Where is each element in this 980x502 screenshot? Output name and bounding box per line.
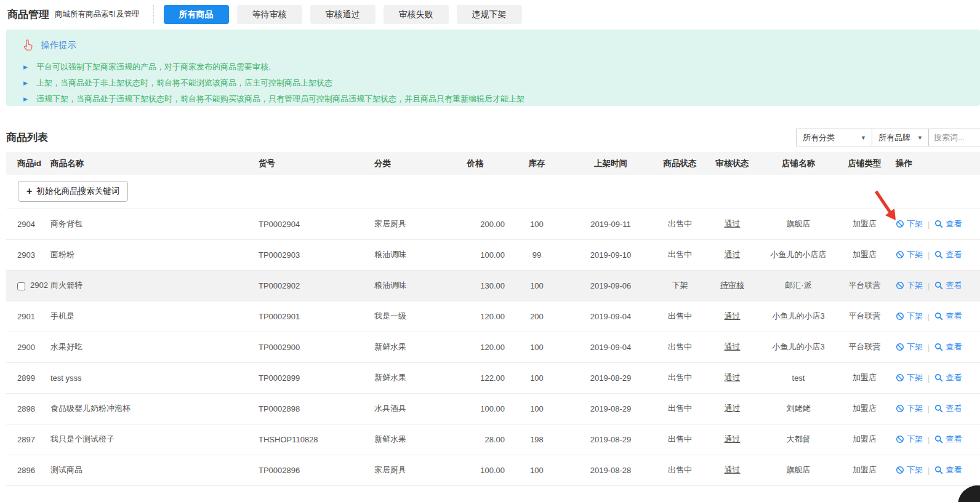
cell-store-type: 加盟店 <box>838 455 891 485</box>
cell-product-id: 2902 <box>6 270 50 301</box>
cell-product-name: 商务背包 <box>50 209 247 239</box>
cell-store-type: 加盟店 <box>838 209 891 239</box>
cell-actions: 下架|查看 <box>891 424 980 455</box>
cell-product-id: 2901 <box>6 301 50 332</box>
product-table: 商品id商品名称货号分类价格库存上架时间商品状态审核状态店铺名称店铺类型操作 +… <box>6 152 980 486</box>
cell-audit-status: 待审核 <box>706 270 758 301</box>
hand-pointer-icon <box>21 38 34 52</box>
view-link[interactable]: 查看 <box>934 403 962 414</box>
column-header: 库存 <box>506 152 568 175</box>
off-shelf-link[interactable]: 下架 <box>896 434 923 445</box>
cell-store-name: 大都督 <box>758 424 838 455</box>
tab-1[interactable]: 等待审核 <box>237 5 302 24</box>
cell-store-name: 旗舰店 <box>758 455 838 485</box>
cell-store-type: 平台联营 <box>838 332 891 362</box>
cell-sku: THSHOP110828 <box>247 424 352 455</box>
tips-header: 操作提示 <box>21 35 980 55</box>
page-title: 商品管理 <box>7 7 49 22</box>
off-shelf-link[interactable]: 下架 <box>896 372 923 383</box>
cell-stock: 198 <box>506 424 568 455</box>
floating-button[interactable] <box>958 485 980 502</box>
view-link[interactable]: 查看 <box>934 249 962 260</box>
off-shelf-link[interactable]: 下架 <box>896 280 923 291</box>
search-input[interactable] <box>928 129 980 146</box>
cell-product-name: 我只是个测试橙子 <box>50 424 247 455</box>
view-link[interactable]: 查看 <box>934 341 962 353</box>
brand-filter-select[interactable]: 所有品牌 ▼ <box>872 129 929 146</box>
column-header: 店铺名称 <box>758 152 838 175</box>
cell-product-id: 2896 <box>6 455 50 485</box>
off-shelf-link[interactable]: 下架 <box>896 464 923 476</box>
cell-category: 我是一级 <box>352 301 444 332</box>
cell-product-id: 2904 <box>6 209 50 239</box>
cell-price: 122.00 <box>444 362 506 393</box>
tab-0[interactable]: 所有商品 <box>164 5 229 24</box>
table-row: 2900水果好吃TP0002900新鲜水果120.001002019-09-04… <box>6 332 980 362</box>
view-link[interactable]: 查看 <box>934 464 962 476</box>
ban-icon <box>896 343 904 351</box>
view-link[interactable]: 查看 <box>934 280 962 291</box>
cell-stock: 100 <box>506 362 568 393</box>
table-row: 2902而火箭特TP0002902粮油调味130.001002019-09-06… <box>6 270 980 301</box>
tips-title: 操作提示 <box>41 39 76 51</box>
tab-3[interactable]: 审核失败 <box>384 5 449 24</box>
cell-category: 新鲜水果 <box>352 332 444 362</box>
search-icon <box>934 220 943 228</box>
top-bar: 商品管理 商城所有商品索引及管理 所有商品等待审核审核通过审核失败违规下架 <box>0 0 980 28</box>
off-shelf-link[interactable]: 下架 <box>896 311 923 322</box>
off-shelf-link[interactable]: 下架 <box>896 403 923 414</box>
table-header-row: 商品id商品名称货号分类价格库存上架时间商品状态审核状态店铺名称店铺类型操作 <box>6 152 980 175</box>
cell-product-name: test ysss <box>50 362 247 393</box>
cell-product-status: 出售中 <box>654 362 706 393</box>
vertical-divider <box>153 5 154 23</box>
cell-store-name: 旗舰店 <box>758 209 838 239</box>
view-link[interactable]: 查看 <box>934 218 962 229</box>
tab-2[interactable]: 审核通过 <box>310 5 376 24</box>
table-row: 2904商务背包TP0002904家居厨具200.001002019-09-11… <box>6 209 980 239</box>
view-link[interactable]: 查看 <box>934 434 962 445</box>
cell-stock: 100 <box>506 332 568 362</box>
cell-product-id: 2897 <box>6 424 50 455</box>
bullet-arrow-icon: ▶ <box>23 65 28 70</box>
column-header: 分类 <box>352 152 444 175</box>
cell-price: 130.00 <box>444 270 506 301</box>
cell-category: 家居厨具 <box>352 209 444 239</box>
cell-shelf-date: 2019-09-04 <box>568 332 654 362</box>
ban-icon <box>896 404 904 413</box>
off-shelf-link[interactable]: 下架 <box>896 341 923 353</box>
column-header: 货号 <box>247 152 352 175</box>
cell-price: 100.00 <box>444 455 506 485</box>
view-link[interactable]: 查看 <box>934 372 962 383</box>
table-row: 2903面粉粉TP0002903粮油调味100.00992019-09-10出售… <box>6 239 980 270</box>
action-separator: | <box>928 373 930 383</box>
cell-store-name: 小鱼儿的小店3 <box>758 332 838 362</box>
cell-audit-status: 通过 <box>706 332 758 362</box>
off-shelf-link[interactable]: 下架 <box>896 218 923 229</box>
cell-price: 120.00 <box>444 332 506 362</box>
ban-icon <box>896 281 904 290</box>
off-shelf-link[interactable]: 下架 <box>896 249 923 260</box>
cell-audit-status: 通过 <box>706 424 758 455</box>
view-link[interactable]: 查看 <box>934 311 962 322</box>
tips-panel: 操作提示 ▶平台可以强制下架商家违规的产品，对于商家发布的商品需要审核.▶上架，… <box>6 30 980 106</box>
init-keywords-button[interactable]: + 初始化商品搜索关键词 <box>18 181 128 202</box>
row-checkbox[interactable] <box>17 282 25 290</box>
ban-icon <box>896 435 904 444</box>
action-separator: | <box>928 250 930 260</box>
tip-text: 上架，当商品处于非上架状态时，前台将不能浏览该商品，店主可控制商品上架状态 <box>36 78 332 89</box>
cell-store-type: 平台联营 <box>838 301 891 332</box>
category-filter-select[interactable]: 所有分类 ▼ <box>796 129 872 146</box>
cell-product-name: 手机是 <box>50 301 247 332</box>
cell-category: 粮油调味 <box>352 239 444 270</box>
tip-item: ▶违规下架，当商品处于违规下架状态时，前台将不能购买该商品，只有管理员可控制商品… <box>21 91 980 107</box>
search-icon <box>934 343 943 351</box>
cell-product-name: 测试商品 <box>50 455 247 485</box>
tab-4[interactable]: 违规下架 <box>457 5 522 24</box>
table-row: 2897我只是个测试橙子THSHOP110828新鲜水果28.001982019… <box>6 424 980 455</box>
cell-product-name: 面粉粉 <box>50 239 247 270</box>
cell-product-id: 2900 <box>6 332 50 362</box>
cell-shelf-date: 2019-09-04 <box>568 301 654 332</box>
cell-actions: 下架|查看 <box>891 209 980 239</box>
cell-actions: 下架|查看 <box>891 270 980 301</box>
chevron-down-icon: ▼ <box>861 135 866 141</box>
